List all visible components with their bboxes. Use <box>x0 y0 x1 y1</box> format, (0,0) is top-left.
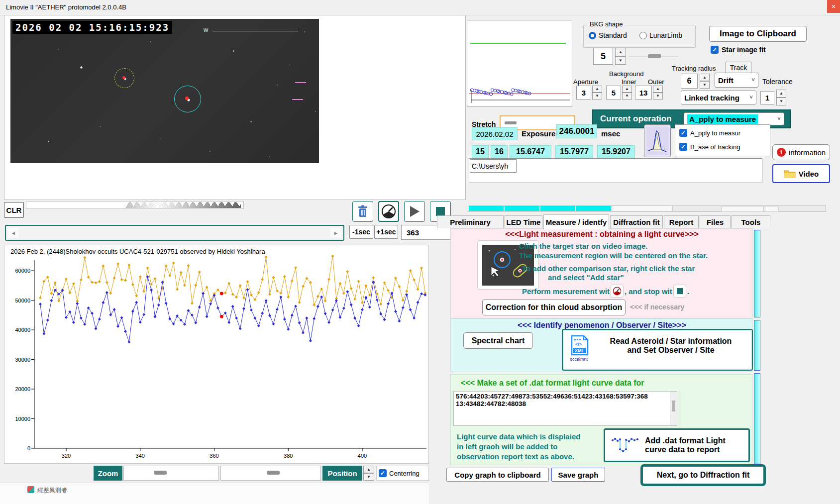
position-label: Position <box>322 466 362 481</box>
clr-button[interactable]: CLR <box>4 202 24 218</box>
scroll-right-button[interactable]: ► <box>330 228 341 238</box>
apply-to-measure-checkbox[interactable]: ✓ A_pply to measur <box>679 129 740 137</box>
image-to-clipboard-button[interactable]: Image to Clipboard <box>709 26 807 42</box>
tracking-radius-down-button[interactable]: ▼ <box>700 81 710 89</box>
video-path-box[interactable]: C:\Users\yh <box>469 158 762 183</box>
outer-up-button[interactable]: ▲ <box>653 86 663 93</box>
tab-diffraction-fit[interactable]: Diffraction fit <box>610 215 663 228</box>
tolerance-up-button[interactable]: ▲ <box>776 90 786 98</box>
smooth-slider[interactable] <box>629 56 679 57</box>
position-down-button[interactable]: ▼ <box>363 473 374 481</box>
outer-label: Outer <box>648 78 664 86</box>
close-button[interactable]: × <box>827 0 840 13</box>
add-dat-button[interactable]: Add .dat format Light curve data to repo… <box>604 428 750 462</box>
aperture-down-button[interactable]: ▼ <box>592 93 602 100</box>
frame-scrollbar[interactable]: ◄ ► <box>5 225 344 241</box>
direction-line <box>212 31 298 31</box>
current-operation-select[interactable]: A_pply to measure ˅ <box>684 112 784 125</box>
video-path-field[interactable]: C:\Users\yh <box>470 159 517 173</box>
track-button[interactable]: Track <box>726 62 751 73</box>
svg-text:50000: 50000 <box>15 298 30 303</box>
dat-scrollbar[interactable] <box>670 392 677 425</box>
position-slider-handle[interactable] <box>267 471 280 475</box>
radio-lunarlimb-icon <box>639 32 647 39</box>
vertical-slider-identify[interactable] <box>754 320 760 371</box>
inner-down-button[interactable]: ▼ <box>622 93 632 100</box>
radio-standard[interactable]: Standard <box>589 31 627 39</box>
information-button[interactable]: i information <box>772 144 830 160</box>
plus-1sec-button[interactable]: +1sec <box>374 225 398 239</box>
tolerance-down-button[interactable]: ▼ <box>776 98 786 105</box>
dat-textarea[interactable]: 576:44203:45727:49873:53552:49636:51423:… <box>453 391 677 426</box>
tab-tools[interactable]: Tools <box>732 215 770 228</box>
stretch-slider-handle[interactable] <box>505 121 517 124</box>
smooth-down-button[interactable]: ▼ <box>615 56 626 65</box>
inner-value[interactable]: 5 <box>606 86 621 100</box>
smooth-up-button[interactable]: ▲ <box>615 48 626 56</box>
next-diffraction-button[interactable]: Next, go to Diffraction fit <box>642 466 764 485</box>
instruction-line-2: The measurement region will be centered … <box>519 251 708 260</box>
tracking-checklist: ✓ A_pply to measur ✓ B_ase of tracking <box>675 124 770 156</box>
outer-down-button[interactable]: ▼ <box>653 93 663 100</box>
taskbar-item-label[interactable]: 縦差異測者 <box>37 486 67 495</box>
vertical-slider-measure[interactable] <box>754 230 760 317</box>
stop-icon <box>436 207 445 216</box>
star-image-fit-check-icon: ✓ <box>711 46 719 54</box>
thin-cloud-correction-button[interactable]: Correction for thin cloud absorption <box>482 299 626 315</box>
video-image[interactable]: 2026 02 02 15:16:15:923 w <box>10 19 319 163</box>
svg-text:60000: 60000 <box>15 268 30 274</box>
aperture-up-button[interactable]: ▲ <box>592 86 602 93</box>
zoom-slider[interactable] <box>123 466 219 481</box>
measure-progress-strip <box>468 205 826 212</box>
scroll-left-button[interactable]: ◄ <box>8 228 19 238</box>
centering-checkbox[interactable]: ✓ Centerring <box>376 466 429 481</box>
tab-report[interactable]: Report <box>664 215 699 228</box>
svg-text:360: 360 <box>210 453 218 459</box>
tab-led-time[interactable]: LED Time <box>505 215 542 228</box>
tab-files[interactable]: Files <box>700 215 731 228</box>
svg-text:320: 320 <box>62 453 71 459</box>
bkg-shape-label: BKG shape <box>588 20 625 28</box>
base-of-tracking-checkbox[interactable]: ✓ B_ase of tracking <box>679 143 740 151</box>
copy-graph-button[interactable]: Copy graph to clipboard <box>446 468 549 482</box>
measure-button[interactable] <box>378 201 399 222</box>
aperture-label: Aperture <box>573 78 598 86</box>
position-up-button[interactable]: ▲ <box>363 466 374 473</box>
star-profile-button[interactable] <box>644 124 671 157</box>
outer-value[interactable]: 13 <box>635 86 652 100</box>
tolerance-value[interactable]: 1 <box>760 91 774 104</box>
inner-up-button[interactable]: ▲ <box>622 86 632 93</box>
dat-scrollbar-thumb[interactable] <box>672 401 675 411</box>
dat-note-line-2: in left graoh will be added to <box>457 442 558 451</box>
position-slider[interactable] <box>220 466 321 481</box>
tab-measure-identify[interactable]: Measure / identfy <box>543 214 609 229</box>
vertical-slider-dat[interactable] <box>754 373 760 464</box>
smooth-slider-handle[interactable] <box>648 54 661 58</box>
smooth-value[interactable]: 5 <box>593 48 613 65</box>
video-panel: 2026 02 02 15:16:15:923 w <box>4 15 466 200</box>
svg-text:</>: </> <box>575 342 582 347</box>
read-asteroid-button[interactable]: </> XML occelmnt Read Asteroid / Star in… <box>562 329 753 371</box>
video-open-button[interactable]: Video <box>772 164 830 183</box>
save-graph-button[interactable]: Save graph <box>551 468 605 482</box>
zoom-slider-handle[interactable] <box>154 471 167 475</box>
date-value[interactable]: 2026.02.02 <box>472 127 518 140</box>
play-button[interactable] <box>404 201 425 222</box>
bottom-strip: 縦差異測者 <box>0 483 429 504</box>
linked-tracking-select[interactable]: Linked tracking ˅ <box>681 91 756 104</box>
identify-panel: <<< Identify penomenon / Observer / Site… <box>450 318 752 372</box>
spectral-chart-button[interactable]: Spectral chart <box>463 332 533 349</box>
reading-4: 15.9207 <box>597 145 635 158</box>
aperture-value[interactable]: 3 <box>576 86 591 100</box>
star-image-fit-checkbox[interactable]: ✓ Star image fit <box>711 46 766 54</box>
tab-preliminary[interactable]: Preliminary <box>437 215 504 228</box>
progress-cell <box>765 206 779 212</box>
scroll-right-icon: ► <box>333 230 338 236</box>
minus-1sec-button[interactable]: -1sec <box>349 225 373 239</box>
light-measurement-panel: <<<Light measurement : obtaining a light… <box>450 228 752 318</box>
radio-lunarlimb[interactable]: LunarLimb <box>639 31 682 39</box>
drift-select[interactable]: Drift ˅ <box>715 73 758 88</box>
delete-measurement-button[interactable] <box>352 201 373 222</box>
tracking-radius-up-button[interactable]: ▲ <box>700 74 710 81</box>
tracking-radius-value[interactable]: 6 <box>681 74 698 89</box>
